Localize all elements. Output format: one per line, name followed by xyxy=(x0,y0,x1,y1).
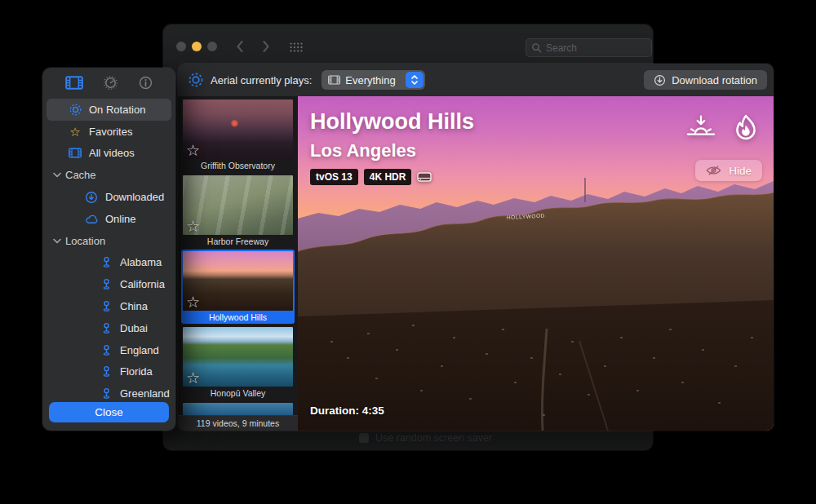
sidebar-item-online[interactable]: Online xyxy=(47,208,171,230)
video-item[interactable]: ☆ Harbor Freeway xyxy=(183,175,293,248)
video-preview: HOLLYWOOD Hollywood Hills Los Angeles xyxy=(298,96,774,431)
chevron-down-icon xyxy=(53,172,61,178)
tvos-badge: tvOS 13 xyxy=(310,169,358,185)
download-circle-icon xyxy=(654,74,666,86)
sidebar-item-florida[interactable]: Florida xyxy=(47,361,171,383)
show-all-button[interactable] xyxy=(290,42,303,52)
sidebar-nav: On Rotation ☆ Favorites All videos Cache… xyxy=(42,99,175,405)
favorite-star-icon[interactable]: ☆ xyxy=(186,294,200,310)
favorite-star-icon[interactable]: ☆ xyxy=(186,370,200,386)
titlebar: Desktop & Screen Saver Search xyxy=(163,24,653,64)
sidebar-item-downloaded[interactable]: Downloaded xyxy=(47,186,171,208)
sidebar-item-label: Downloaded xyxy=(105,191,164,203)
use-random-checkbox[interactable] xyxy=(359,433,369,443)
preview-subtitle: Los Angeles xyxy=(310,140,416,161)
aerial-sidebar-panel: On Rotation ☆ Favorites All videos Cache… xyxy=(42,68,175,431)
sidebar-item-label: Favorites xyxy=(89,126,132,138)
sidebar-item-label: All videos xyxy=(89,147,135,159)
film-icon xyxy=(328,75,340,85)
sidebar-item-label: Alabama xyxy=(120,256,162,268)
use-random-screensaver-row: Use random screen saver xyxy=(359,432,492,444)
video-list-status: 119 videos, 9 minutes xyxy=(178,415,298,431)
map-pin-icon xyxy=(99,344,113,356)
map-pin-icon xyxy=(99,278,113,290)
sidebar-section-cache[interactable]: Cache xyxy=(47,164,171,186)
duration-label: Duration: 4:35 xyxy=(310,405,384,417)
sidebar-item-china[interactable]: China xyxy=(47,295,171,317)
chevron-right-icon xyxy=(263,41,269,52)
video-thumbnail[interactable]: ☆ xyxy=(183,251,293,311)
sidebar-item-california[interactable]: California xyxy=(47,273,171,295)
cache-drive-icon xyxy=(417,171,432,183)
sidebar-item-dubai[interactable]: Dubai xyxy=(47,317,171,339)
badges-row: tvOS 13 4K HDR xyxy=(310,169,432,185)
sidebar-section-label: Cache xyxy=(65,169,96,181)
video-thumbnail[interactable]: ☆ xyxy=(183,327,293,387)
sidebar-item-alabama[interactable]: Alabama xyxy=(47,252,171,274)
favorite-star-icon[interactable]: ☆ xyxy=(186,219,200,234)
flame-icon xyxy=(731,113,761,148)
plays-popup-button[interactable]: Everything xyxy=(322,70,424,90)
tab-videos[interactable] xyxy=(65,76,83,90)
tab-settings[interactable] xyxy=(103,75,118,91)
sidebar-item-england[interactable]: England xyxy=(47,339,171,361)
video-item[interactable]: ☆ Griffith Observatory xyxy=(183,99,293,172)
close-button[interactable]: Close xyxy=(49,402,169,422)
zoom-window-button[interactable] xyxy=(207,42,217,51)
chevron-down-icon xyxy=(53,238,61,244)
use-random-label: Use random screen saver xyxy=(375,432,492,444)
video-item[interactable]: ☆ Honopū Valley xyxy=(183,327,293,400)
film-icon xyxy=(68,148,82,158)
aerial-sun-icon xyxy=(188,72,204,88)
map-pin-icon xyxy=(99,322,113,334)
minimize-window-button[interactable] xyxy=(192,42,202,51)
video-thumbnail[interactable]: ☆ xyxy=(183,175,293,235)
video-thumbnail[interactable]: ☆ xyxy=(183,99,293,159)
eye-slash-icon xyxy=(706,165,721,176)
map-pin-icon xyxy=(99,387,113,400)
sidebar-item-label: Online xyxy=(105,213,136,225)
video-item-selected[interactable]: ☆ Hollywood Hills xyxy=(181,250,295,324)
sidebar-section-location[interactable]: Location xyxy=(47,230,171,252)
film-icon xyxy=(65,76,83,90)
popup-stepper xyxy=(406,72,424,88)
tab-info[interactable] xyxy=(138,75,153,91)
cloud-icon xyxy=(84,214,99,224)
sidebar-item-label: California xyxy=(120,278,165,290)
sidebar-item-on-rotation[interactable]: On Rotation xyxy=(47,99,171,121)
favorite-star-icon[interactable]: ☆ xyxy=(186,143,200,158)
download-rotation-button[interactable]: Download rotation xyxy=(644,70,767,90)
star-icon: ☆ xyxy=(68,126,82,138)
sidebar-item-label: England xyxy=(120,344,159,356)
sidebar-item-label: China xyxy=(120,300,148,312)
close-window-button[interactable] xyxy=(176,42,186,51)
search-input[interactable]: Search xyxy=(526,38,652,57)
back-button[interactable] xyxy=(237,41,243,52)
aerial-settings-window: Aerial currently plays: Everything Downl… xyxy=(178,64,774,431)
download-rotation-label: Download rotation xyxy=(672,74,757,86)
sidebar-tabs xyxy=(42,75,175,91)
chevron-left-icon xyxy=(237,41,243,52)
currently-plays-label: Aerial currently plays: xyxy=(211,74,312,86)
plays-popup-value: Everything xyxy=(345,74,400,86)
sidebar-section-label: Location xyxy=(65,235,105,247)
sidebar-item-label: Florida xyxy=(120,365,153,378)
video-name: Hollywood Hills xyxy=(183,311,293,324)
hide-button[interactable]: Hide xyxy=(695,160,762,181)
sidebar-item-favorites[interactable]: ☆ Favorites xyxy=(47,121,171,143)
sidebar-item-all-videos[interactable]: All videos xyxy=(47,143,171,165)
forward-button[interactable] xyxy=(263,41,269,52)
video-name: Griffith Observatory xyxy=(183,159,293,172)
dial-gear-icon xyxy=(103,75,118,91)
sidebar-item-label: On Rotation xyxy=(89,104,145,116)
map-pin-icon xyxy=(99,256,113,268)
search-placeholder: Search xyxy=(546,42,577,54)
video-name: Honopū Valley xyxy=(183,387,293,400)
sun-rotation-icon xyxy=(68,103,82,117)
sidebar-item-label: Dubai xyxy=(120,322,148,334)
sidebar-item-label: Greenland xyxy=(120,387,170,400)
hide-button-label: Hide xyxy=(729,165,752,177)
video-name: Harbor Freeway xyxy=(183,235,293,248)
video-list: ☆ Griffith Observatory ☆ Harbor Freeway … xyxy=(178,96,298,431)
map-pin-icon xyxy=(99,300,113,312)
